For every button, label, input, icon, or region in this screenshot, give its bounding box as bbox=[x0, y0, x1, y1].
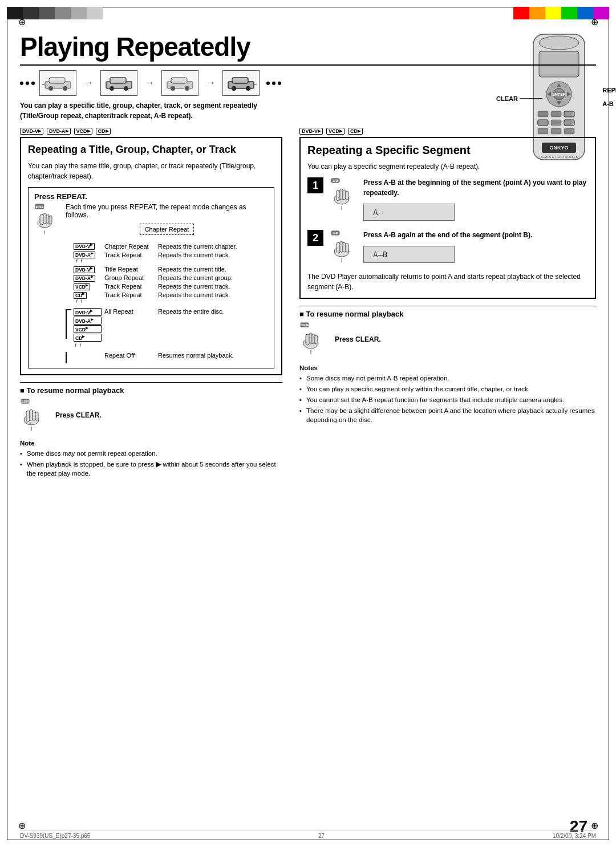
svg-rect-65 bbox=[343, 190, 346, 200]
two-column-layout: DVD-V▶ DVD-A▶ VCD▶ CD▶ Repeating a Title… bbox=[20, 125, 596, 480]
repeat-button-icon: REPEAT bbox=[34, 203, 60, 236]
press-repeat-box: Press REPEAT. REPEAT bbox=[28, 187, 274, 368]
step-1-content: Press A-B at the beginning of the segmen… bbox=[363, 177, 588, 221]
svg-rect-27 bbox=[49, 78, 65, 83]
step-2-note: The DVD Player automatically returns to … bbox=[307, 271, 588, 292]
svg-point-34 bbox=[124, 86, 128, 91]
repeat-off-row: Repeat Off Resumes normal playback. bbox=[66, 352, 268, 363]
right-resume-title: ■ To resume normal playback bbox=[299, 310, 596, 318]
step-2: 2 A-B bbox=[307, 230, 588, 265]
intro-text: You can play a specific title, group, ch… bbox=[20, 100, 294, 121]
page-title: Playing Repeatedly bbox=[20, 31, 596, 66]
mode-row-4: VCD▶ Track Repeat Repeats the current tr… bbox=[66, 283, 268, 290]
svg-point-29 bbox=[63, 86, 67, 91]
fmt-vcd: VCD▶ bbox=[74, 128, 92, 135]
footer-right: 10/2/00, 3:24 PM bbox=[553, 833, 596, 839]
fmt-dvdv-all: DVD-V▶ bbox=[74, 308, 102, 316]
right-resume-content: CLEAR Press CLEAR. bbox=[299, 322, 596, 356]
svg-rect-79 bbox=[306, 334, 309, 345]
left-note-title: Note bbox=[20, 440, 282, 447]
left-press-clear: Press CLEAR. bbox=[55, 411, 102, 419]
all-repeat-row: DVD-V▶ DVD-A▶ VCD▶ CD▶ ｆｆ All Repeat Rep… bbox=[66, 308, 268, 348]
left-note-1: When playback is stopped, be sure to pre… bbox=[20, 460, 282, 478]
right-section-title: Repeating a Specific Segment bbox=[307, 144, 588, 157]
left-note-section: Note Some discs may not permit repeat op… bbox=[20, 440, 282, 478]
step-1-display: A– bbox=[363, 204, 455, 221]
step-1: 1 A-B bbox=[307, 177, 588, 221]
left-note-list: Some discs may not permit repeat operati… bbox=[20, 449, 282, 478]
svg-rect-64 bbox=[340, 189, 343, 200]
svg-rect-63 bbox=[337, 190, 340, 201]
step-2-number: 2 bbox=[307, 230, 323, 246]
right-note-1: You can play a specific segment only wit… bbox=[299, 384, 596, 394]
repeat-label: REPEAT bbox=[602, 87, 616, 94]
repeat-off-label: Repeat Off bbox=[104, 352, 156, 359]
right-note-0: Some discs may not permit A-B repeat ope… bbox=[299, 374, 596, 383]
svg-point-37 bbox=[171, 86, 175, 91]
fmt-cd-all: CD▶ bbox=[74, 334, 102, 342]
step-1-instruction: Press A-B at the beginning of the segmen… bbox=[363, 177, 588, 198]
svg-rect-55 bbox=[26, 411, 30, 422]
step-1-number: 1 bbox=[307, 177, 323, 193]
left-column: DVD-V▶ DVD-A▶ VCD▶ CD▶ Repeating a Title… bbox=[20, 125, 282, 480]
fmt-dvdv-2: DVD-V▶ bbox=[74, 266, 95, 273]
right-section-intro: You can play a specific segment repeated… bbox=[307, 161, 588, 172]
svg-point-38 bbox=[185, 86, 189, 91]
fmt-vcd-all: VCD▶ bbox=[74, 325, 102, 333]
svg-rect-66 bbox=[346, 191, 348, 200]
svg-rect-40 bbox=[232, 78, 248, 83]
ab-button-icon-1: A-B bbox=[330, 177, 358, 212]
step-2-instruction: Press A-B again at the end of the segmen… bbox=[363, 230, 532, 240]
svg-rect-56 bbox=[30, 410, 33, 420]
mode-row-1: DVD-A▶ ｆｆ Track Repeat Repeats the curre… bbox=[66, 252, 268, 265]
svg-rect-74 bbox=[346, 244, 348, 252]
svg-rect-48 bbox=[43, 213, 46, 224]
fmt-dvdv-r: DVD-V▶ bbox=[299, 128, 323, 135]
right-notes-title: Notes bbox=[299, 364, 596, 371]
fmt-dvdv-0: DVD-V▶ bbox=[74, 243, 95, 250]
all-repeat-mode: All Repeat bbox=[104, 308, 156, 315]
cars-illustration: → → → bbox=[20, 70, 596, 96]
footer-left: DV-S939(US_E)p27-35.p65 bbox=[20, 833, 90, 839]
fmt-dvda: DVD-A▶ bbox=[47, 128, 71, 135]
svg-rect-57 bbox=[33, 411, 35, 420]
svg-rect-50 bbox=[49, 216, 52, 224]
clear-button-icon-left: CLEAR bbox=[20, 398, 48, 433]
mode-row-5: CD▶ ｆｆ Track Repeat Repeats the current … bbox=[66, 291, 268, 305]
svg-rect-82 bbox=[315, 335, 318, 344]
svg-rect-72 bbox=[340, 241, 343, 252]
ab-label: A-B bbox=[602, 100, 616, 107]
reg-mark-tr: ⊕ bbox=[589, 16, 600, 27]
repeat-modes: DVD-V▶ Chapter Repeat Repeats the curren… bbox=[66, 243, 268, 363]
press-repeat-title: Press REPEAT. bbox=[34, 192, 268, 201]
fmt-vcd-4: VCD▶ bbox=[74, 283, 90, 290]
press-repeat-description: Each time you press REPEAT, the repeat m… bbox=[66, 203, 268, 363]
svg-rect-49 bbox=[46, 214, 49, 224]
right-resume-section: ■ To resume normal playback CLEAR bbox=[299, 306, 596, 356]
step-2-inner: A-B Press A-B again at the end of the se… bbox=[330, 230, 532, 265]
step-2-content: Press A-B again at the end of the segmen… bbox=[363, 230, 532, 263]
svg-rect-80 bbox=[309, 333, 312, 344]
svg-rect-32 bbox=[110, 78, 126, 83]
footer: DV-S939(US_E)p27-35.p65 27 10/2/00, 3:24… bbox=[20, 830, 596, 839]
left-section-title: Repeating a Title, Group, Chapter, or Tr… bbox=[28, 144, 274, 156]
right-press-clear: Press CLEAR. bbox=[335, 335, 381, 343]
left-resume-section: ■ To resume normal playback CLEAR bbox=[20, 382, 282, 433]
left-resume-title: ■ To resume normal playback bbox=[20, 386, 282, 395]
fmt-vcd-r: VCD▶ bbox=[326, 128, 345, 135]
svg-text:CLEAR: CLEAR bbox=[21, 400, 30, 403]
svg-text:CLEAR: CLEAR bbox=[300, 324, 309, 327]
svg-point-33 bbox=[110, 86, 114, 91]
mode-row-0: DVD-V▶ Chapter Repeat Repeats the curren… bbox=[66, 243, 268, 250]
svg-rect-47 bbox=[40, 214, 43, 225]
clear-button-icon-right: CLEAR bbox=[299, 322, 328, 356]
step-1-inner: A-B Press A-B at the beginning of the se… bbox=[330, 177, 588, 221]
svg-point-42 bbox=[246, 86, 250, 91]
fmt-cd: CD▶ bbox=[96, 128, 111, 135]
footer-mid: 27 bbox=[318, 833, 325, 839]
chapter-repeat-label: Chapter Repeat bbox=[140, 224, 194, 235]
reg-mark-tl: ⊕ bbox=[16, 16, 27, 27]
svg-rect-73 bbox=[343, 242, 346, 252]
svg-text:REPEAT: REPEAT bbox=[34, 205, 45, 209]
svg-text:A-B: A-B bbox=[333, 232, 338, 235]
